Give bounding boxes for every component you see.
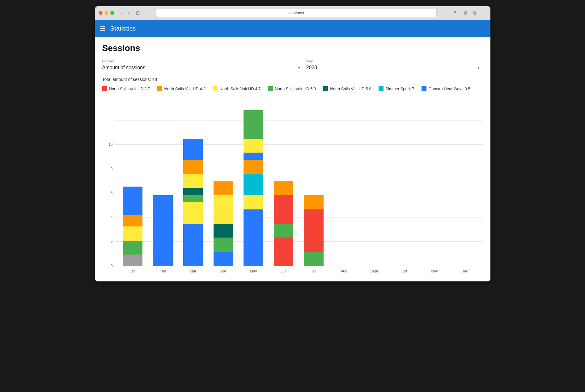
bar-stack-may — [244, 110, 263, 266]
legend-color-ss7 — [379, 86, 384, 91]
dataset-control: Dataset Amount of sessions ▾ — [102, 59, 300, 72]
bar-segment-5-2 — [274, 195, 293, 224]
legend-color-ns59 — [323, 86, 328, 91]
month-label-mar: Mar — [190, 269, 196, 273]
bar-segment-6-3 — [304, 195, 324, 209]
bar-segment-4-0 — [244, 209, 263, 266]
month-group-aug: Aug — [329, 96, 359, 266]
legend-label-ns59: North Sails Volt HD 5.9 — [330, 86, 371, 91]
bar-segment-0-1 — [123, 241, 142, 255]
bar-segment-5-3 — [274, 181, 293, 195]
bar-segment-2-5 — [183, 160, 203, 174]
bar-stack-feb — [153, 195, 172, 266]
traffic-lights — [99, 11, 114, 15]
y-label-4: 4 — [104, 215, 113, 220]
bar-segment-2-0 — [183, 224, 203, 266]
month-group-may: May — [238, 96, 269, 266]
page-content: Sessions Dataset Amount of sessions ▾ Ye… — [95, 37, 490, 281]
bar-segment-4-6 — [244, 110, 263, 139]
bar-stack-jun — [274, 181, 293, 266]
bar-segment-6-0 — [304, 252, 324, 266]
month-group-mar: Mar — [178, 96, 208, 266]
bar-stack-apr — [214, 181, 233, 266]
month-group-sept: Sept — [359, 96, 389, 266]
legend-item-ns42: North Sails Volt HD 4.2 — [157, 86, 205, 91]
bar-segment-2-2 — [183, 195, 203, 202]
bar-stack-jan — [123, 187, 142, 266]
bar-segment-2-6 — [183, 139, 203, 160]
month-group-dec: Dec — [450, 96, 480, 266]
legend-label-ns47: North Sails Volt HD 4.7 — [219, 86, 261, 91]
month-label-sept: Sept — [370, 269, 378, 273]
month-label-dec: Dec — [461, 269, 468, 273]
bar-segment-4-4 — [244, 153, 263, 160]
url-text: localhost — [288, 11, 304, 15]
month-group-jan: Jan — [118, 96, 148, 266]
bar-segment-5-0 — [274, 238, 293, 266]
maximize-button[interactable] — [110, 11, 114, 15]
legend-item-ns59: North Sails Volt HD 5.9 — [323, 86, 371, 91]
bar-segment-2-4 — [183, 174, 203, 188]
year-select[interactable]: 2020 ▾ — [306, 64, 479, 72]
bar-segment-2-1 — [183, 202, 203, 224]
year-control: Year 2020 ▾ — [306, 59, 479, 72]
dataset-label: Dataset — [102, 59, 300, 63]
nav-buttons: ‹ › — [119, 10, 131, 16]
bar-segment-6-1 — [304, 230, 324, 252]
bar-segment-6-2 — [304, 209, 324, 231]
back-button[interactable]: ‹ — [119, 10, 125, 16]
page-title: Sessions — [102, 43, 483, 53]
y-label-2: 2 — [104, 239, 113, 244]
month-label-feb: Feb — [160, 269, 166, 273]
total-sessions: Total amount of sessions: 48 — [102, 77, 483, 82]
bar-segment-4-2 — [244, 174, 263, 195]
sidebar-toggle[interactable]: ⊞ — [135, 10, 141, 16]
dataset-select[interactable]: Amount of sessions ▾ — [102, 64, 300, 72]
month-group-apr: Apr — [208, 96, 239, 266]
forward-button[interactable]: › — [126, 10, 131, 16]
new-tab-button[interactable]: + — [481, 10, 487, 16]
bar-segment-3-4 — [214, 181, 233, 195]
refresh-button[interactable]: ↻ — [453, 10, 459, 16]
bar-stack-mar — [183, 139, 203, 266]
month-group-feb: Feb — [148, 96, 178, 266]
year-arrow-icon: ▾ — [477, 65, 479, 70]
legend-color-ns47 — [213, 86, 218, 91]
year-label: Year — [306, 59, 479, 63]
legend-color-ns42 — [157, 86, 162, 91]
bar-segment-0-2 — [123, 226, 142, 241]
bar-segment-1-0 — [153, 195, 172, 266]
month-group-jul: Jul — [299, 96, 329, 266]
share-button[interactable]: ⎙ — [463, 10, 468, 16]
bar-segment-3-3 — [214, 195, 233, 224]
legend-label-ns53: North Sails Volt HD 5.3 — [275, 86, 316, 91]
bar-stack-jul — [304, 195, 324, 266]
address-bar[interactable]: localhost — [156, 9, 437, 17]
hamburger-menu[interactable]: ☰ — [100, 25, 105, 32]
bar-segment-0-3 — [123, 215, 142, 226]
chart-area: 1086420 JanFebMarAprMayJunJulAugSeptOctN… — [102, 96, 483, 275]
chart-bars: JanFebMarAprMayJunJulAugSeptOctNovDec — [115, 96, 483, 266]
y-label-10: 10 — [104, 142, 113, 147]
close-button[interactable] — [99, 11, 103, 15]
month-label-apr: Apr — [220, 269, 226, 273]
month-label-nov: Nov — [431, 269, 438, 273]
bar-segment-3-0 — [214, 252, 233, 266]
controls-row: Dataset Amount of sessions ▾ Year 2020 ▾ — [102, 59, 483, 72]
legend-label-ns42: North Sails Volt HD 4.2 — [164, 86, 205, 91]
screenshot-button[interactable]: ⧉ — [472, 10, 478, 16]
legend-item-ns47: North Sails Volt HD 4.7 — [213, 86, 261, 91]
legend-item-ns37: North Sails Volt HD 3.7 — [102, 86, 150, 91]
dataset-arrow-icon: ▾ — [298, 65, 300, 70]
bar-segment-3-1 — [214, 238, 233, 252]
bar-segment-2-3 — [183, 188, 203, 195]
legend-color-ns37 — [102, 86, 107, 91]
bar-segment-4-1 — [244, 195, 263, 209]
month-label-jan: Jan — [130, 269, 136, 273]
year-value: 2020 — [306, 65, 476, 70]
month-label-may: May — [250, 269, 257, 273]
legend-item-ghw35: Gaastra Heat Wave 3.5 — [422, 86, 470, 91]
legend-label-ss7: Simmer Spark 7 — [385, 86, 414, 91]
minimize-button[interactable] — [104, 11, 108, 15]
chart-legend: North Sails Volt HD 3.7 North Sails Volt… — [102, 86, 483, 91]
